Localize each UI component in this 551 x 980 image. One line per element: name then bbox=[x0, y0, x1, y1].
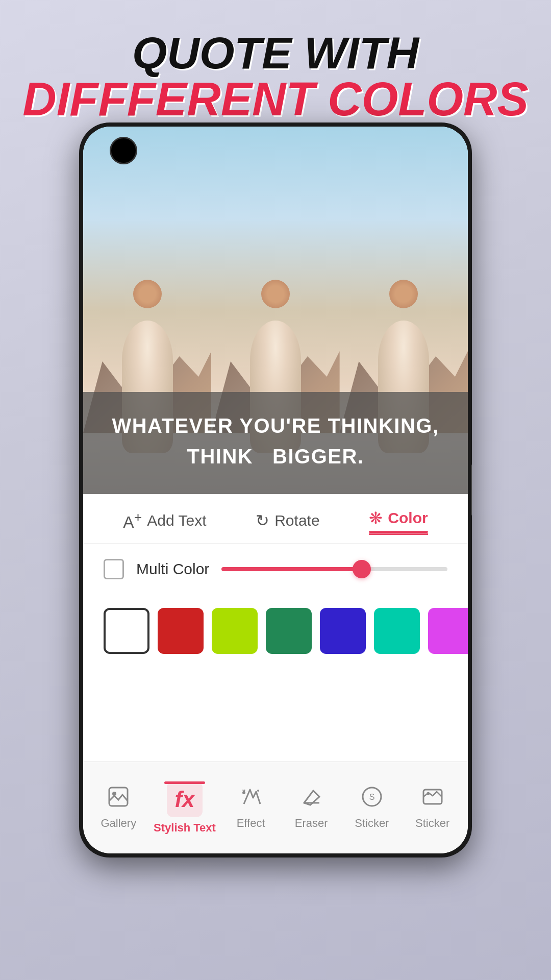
sticker2-icon bbox=[421, 786, 444, 813]
nav-stylish-text-wrap[interactable]: fx Stylish Text bbox=[154, 781, 216, 835]
toolbar-rotate-wrap[interactable]: ↻ Rotate bbox=[256, 511, 319, 530]
stylish-text-label: Stylish Text bbox=[154, 821, 216, 835]
toolbar-add-text[interactable]: A+ Add Text bbox=[123, 509, 206, 532]
stylish-text-active-bar bbox=[164, 781, 205, 784]
nav-sticker[interactable]: S Sticker bbox=[346, 786, 397, 830]
color-slider-track[interactable] bbox=[221, 567, 447, 571]
figure-head-2 bbox=[261, 280, 290, 308]
multi-color-section: Multi Color bbox=[83, 544, 468, 608]
image-area: WHATEVER YOU'RE THINKING,THINK BIGGER. bbox=[83, 127, 468, 494]
rotate-icon: ↻ bbox=[256, 511, 269, 530]
toolbar-color[interactable]: ❋ Color bbox=[369, 508, 428, 528]
svg-point-3 bbox=[257, 790, 259, 792]
sticker-label: Sticker bbox=[355, 817, 389, 830]
quote-text: WHATEVER YOU'RE THINKING,THINK BIGGER. bbox=[104, 410, 447, 472]
multi-color-checkbox[interactable] bbox=[104, 559, 124, 579]
toolbar-add-text-wrap[interactable]: A+ Add Text bbox=[123, 509, 206, 532]
nav-effect[interactable]: Effect bbox=[226, 786, 277, 830]
gallery-icon bbox=[107, 786, 130, 813]
swatch-magenta[interactable] bbox=[428, 608, 468, 654]
color-swatches bbox=[83, 608, 468, 669]
phone-screen: WHATEVER YOU'RE THINKING,THINK BIGGER. A… bbox=[83, 127, 468, 853]
multi-color-row: Multi Color bbox=[104, 559, 447, 579]
svg-point-8 bbox=[427, 792, 430, 795]
rotate-label: Rotate bbox=[274, 512, 319, 529]
nav-sticker2-wrap[interactable]: Sticker bbox=[407, 786, 458, 830]
fx-icon: fx bbox=[167, 781, 203, 817]
header-line2: DIFFFERENT COLORS bbox=[20, 76, 531, 122]
figure-head-1 bbox=[133, 280, 162, 308]
svg-rect-7 bbox=[423, 790, 442, 804]
swatch-red[interactable] bbox=[158, 608, 204, 654]
toolbar-color-wrap[interactable]: ❋ Color bbox=[369, 508, 428, 533]
effect-label: Effect bbox=[237, 817, 265, 830]
figure-head-3 bbox=[389, 280, 418, 308]
sticker-icon: S bbox=[361, 786, 383, 813]
effect-icon bbox=[240, 786, 262, 813]
color-slider-thumb[interactable] bbox=[353, 560, 371, 578]
nav-stylish-text[interactable]: fx Stylish Text bbox=[154, 781, 216, 835]
bottom-nav: Gallery fx Stylish Text bbox=[83, 762, 468, 853]
eraser-icon bbox=[300, 786, 322, 813]
swatch-lime[interactable] bbox=[212, 608, 258, 654]
nav-gallery[interactable]: Gallery bbox=[93, 786, 144, 830]
nav-sticker2[interactable]: Sticker bbox=[407, 786, 458, 830]
nav-eraser[interactable]: Eraser bbox=[286, 786, 337, 830]
camera-hole bbox=[110, 137, 137, 164]
nav-eraser-wrap[interactable]: Eraser bbox=[286, 786, 337, 830]
swatch-green[interactable] bbox=[266, 608, 312, 654]
nav-effect-wrap[interactable]: Effect bbox=[226, 786, 277, 830]
svg-text:S: S bbox=[369, 793, 375, 801]
color-icon: ❋ bbox=[369, 508, 383, 528]
toolbar-rotate[interactable]: ↻ Rotate bbox=[256, 511, 319, 530]
header-section: QUOTE WITH DIFFFERENT COLORS bbox=[0, 0, 551, 133]
nav-sticker-wrap[interactable]: S Sticker bbox=[346, 786, 397, 830]
color-label: Color bbox=[388, 509, 428, 527]
sticker2-label: Sticker bbox=[415, 817, 449, 830]
side-indicator bbox=[471, 464, 472, 516]
header-line1: QUOTE WITH bbox=[20, 31, 531, 76]
toolbar: A+ Add Text ↻ Rotate ❋ Color bbox=[83, 494, 468, 544]
multi-color-label: Multi Color bbox=[136, 560, 209, 578]
add-text-icon: A+ bbox=[123, 509, 142, 532]
swatch-blue[interactable] bbox=[320, 608, 366, 654]
add-text-label: Add Text bbox=[147, 512, 206, 529]
nav-gallery-wrap[interactable]: Gallery bbox=[93, 786, 144, 830]
swatch-white[interactable] bbox=[104, 608, 149, 654]
phone-frame: WHATEVER YOU'RE THINKING,THINK BIGGER. A… bbox=[79, 122, 472, 857]
swatch-teal[interactable] bbox=[374, 608, 420, 654]
gallery-label: Gallery bbox=[101, 817, 137, 830]
eraser-label: Eraser bbox=[295, 817, 328, 830]
fx-label-icon: fx bbox=[167, 781, 203, 817]
quote-overlay: WHATEVER YOU'RE THINKING,THINK BIGGER. bbox=[83, 392, 468, 494]
color-active-underline bbox=[369, 531, 428, 533]
